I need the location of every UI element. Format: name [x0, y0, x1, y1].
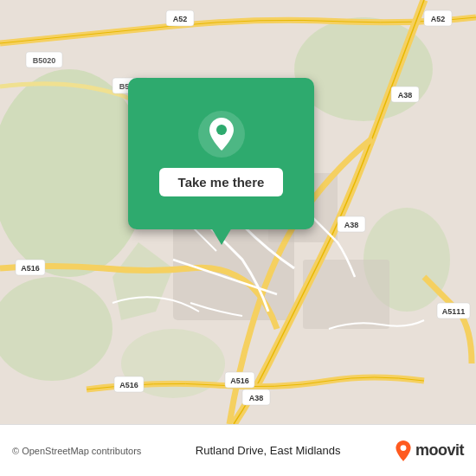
svg-text:A5111: A5111	[442, 307, 466, 316]
moovit-pin-icon	[395, 441, 412, 461]
location-label: Rutland Drive, East Midlands	[141, 444, 395, 457]
svg-text:A38: A38	[398, 91, 413, 100]
take-me-there-button[interactable]: Take me there	[159, 168, 284, 196]
svg-text:A52: A52	[173, 15, 188, 23]
svg-text:A516: A516	[119, 381, 138, 389]
moovit-logo: moovit	[395, 441, 464, 461]
bottom-bar: © OpenStreetMap contributors Rutland Dri…	[0, 424, 476, 476]
map-container: A52 A52 A38 A38 A38 A516 A516 A516 A5111…	[0, 0, 476, 424]
svg-point-34	[401, 445, 407, 451]
svg-point-33	[216, 125, 227, 135]
svg-text:A516: A516	[21, 264, 40, 273]
svg-text:A38: A38	[344, 221, 359, 229]
location-pin-icon	[198, 111, 245, 158]
svg-text:B5020: B5020	[33, 56, 56, 65]
svg-text:A38: A38	[249, 394, 264, 402]
moovit-brand-text: moovit	[415, 441, 464, 460]
svg-text:A516: A516	[230, 376, 249, 385]
copyright-text: © OpenStreetMap contributors	[12, 446, 141, 456]
map-popup[interactable]: Take me there	[128, 78, 314, 229]
svg-text:A52: A52	[431, 15, 446, 23]
